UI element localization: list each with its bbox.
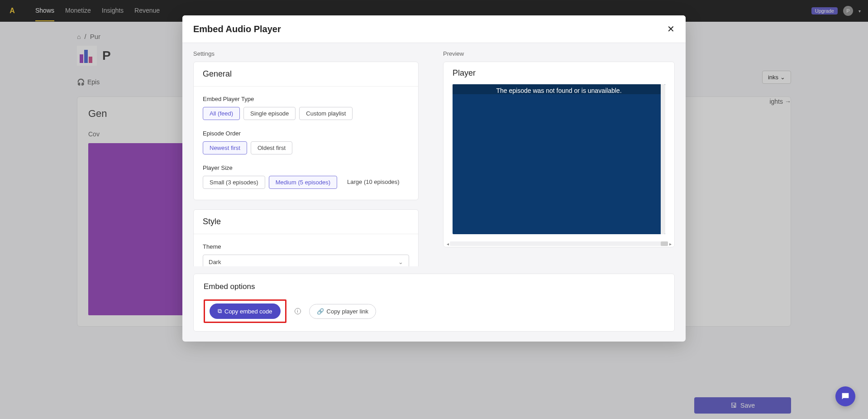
embed-modal: Embed Audio Player ✕ Settings General Em…: [182, 15, 686, 22]
